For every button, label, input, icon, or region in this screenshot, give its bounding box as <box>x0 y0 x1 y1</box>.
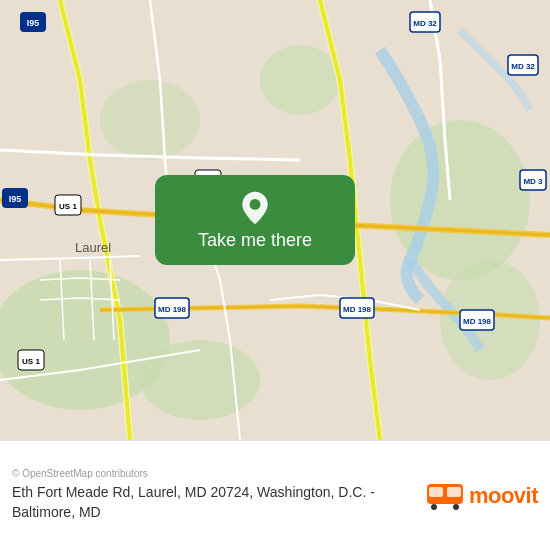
svg-point-6 <box>100 80 200 160</box>
location-pin-icon <box>237 190 273 226</box>
svg-text:MD 198: MD 198 <box>343 305 372 314</box>
moovit-bus-icon <box>425 482 465 510</box>
svg-rect-33 <box>429 487 443 497</box>
svg-point-2 <box>140 340 260 420</box>
moovit-logo: moovit <box>425 482 538 510</box>
button-label: Take me there <box>198 230 312 251</box>
svg-text:MD 32: MD 32 <box>413 19 437 28</box>
take-me-there-button[interactable]: Take me there <box>155 175 355 265</box>
svg-rect-34 <box>447 487 461 497</box>
address-section: © OpenStreetMap contributors Eth Fort Me… <box>12 468 415 522</box>
svg-text:Laurel: Laurel <box>75 240 111 255</box>
osm-credit: © OpenStreetMap contributors <box>12 468 415 479</box>
svg-point-36 <box>453 504 459 510</box>
svg-text:MD 198: MD 198 <box>463 317 492 326</box>
svg-text:US 1: US 1 <box>22 357 40 366</box>
moovit-text: moovit <box>469 483 538 509</box>
svg-text:MD 3: MD 3 <box>523 177 543 186</box>
svg-text:US 1: US 1 <box>59 202 77 211</box>
svg-text:I95: I95 <box>9 194 22 204</box>
svg-text:MD 198: MD 198 <box>158 305 187 314</box>
svg-text:MD 32: MD 32 <box>511 62 535 71</box>
map-area: I95 I95 US 1 US 1 US 1 MD 32 MD 32 MD 19… <box>0 0 550 440</box>
bottom-bar: © OpenStreetMap contributors Eth Fort Me… <box>0 440 550 550</box>
svg-point-35 <box>431 504 437 510</box>
svg-point-5 <box>260 45 340 115</box>
svg-text:I95: I95 <box>27 18 40 28</box>
svg-point-31 <box>250 199 261 210</box>
address-text: Eth Fort Meade Rd, Laurel, MD 20724, Was… <box>12 483 415 522</box>
